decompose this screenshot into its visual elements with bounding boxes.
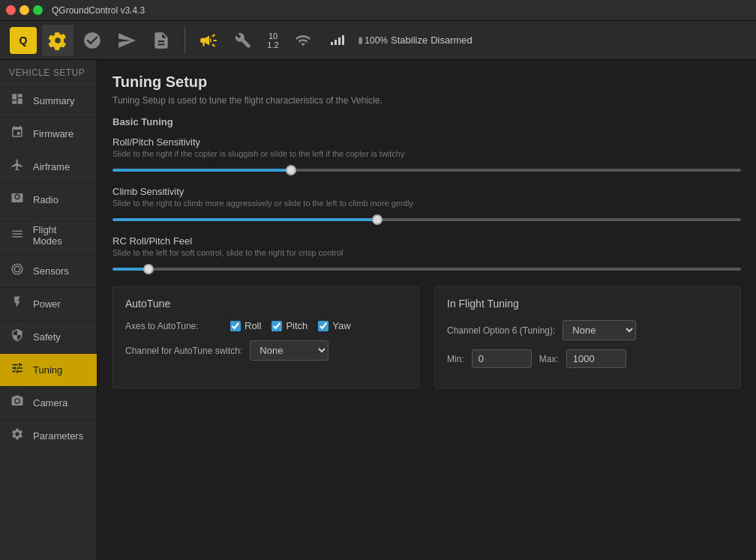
link-count[interactable]: 10 1.2: [262, 25, 284, 56]
arm-status: Disarmed: [430, 34, 472, 46]
rc-feel-slider-section: RC Roll/Pitch Feel Slide to the left for…: [112, 235, 741, 273]
axes-row: Axes to AutoTune: Roll Pitch Yaw: [125, 320, 406, 331]
roll-checkbox-item[interactable]: Roll: [230, 320, 261, 331]
rc-feel-slider[interactable]: [112, 268, 741, 271]
sidebar-item-radio[interactable]: Radio: [0, 184, 97, 217]
flight-modes-icon: [9, 227, 26, 244]
toolbar-divider: [184, 27, 185, 54]
sidebar-item-flight-modes[interactable]: Flight Modes: [0, 217, 97, 255]
sidebar-item-safety[interactable]: Safety: [0, 321, 97, 354]
axes-checkboxes: Roll Pitch Yaw: [230, 320, 351, 331]
in-flight-title: In Flight Tuning: [447, 298, 728, 310]
climb-slider-section: Climb Sensitivity Slide to the right to …: [112, 186, 741, 223]
climb-label: Climb Sensitivity: [112, 186, 741, 197]
pitch-checkbox[interactable]: [272, 321, 282, 331]
radio-icon: [9, 191, 26, 208]
send-icon[interactable]: [111, 25, 142, 56]
autotune-panel: AutoTune Axes to AutoTune: Roll Pitch: [112, 286, 419, 388]
climb-slider[interactable]: [112, 218, 741, 221]
wrench-icon[interactable]: [227, 25, 259, 56]
in-flight-panel: In Flight Tuning Channel Option 6 (Tunin…: [434, 286, 741, 388]
min-max-row: Min: Max:: [447, 349, 728, 368]
roll-checkbox[interactable]: [230, 321, 241, 331]
content-area: Tuning Setup Tuning Setup is used to tun…: [98, 60, 756, 560]
radio-signal-icon[interactable]: [287, 25, 319, 56]
roll-pitch-desc: Slide to the right if the copter is slug…: [112, 149, 741, 158]
roll-pitch-slider[interactable]: [112, 169, 741, 172]
battery-icon[interactable]: 100%: [356, 25, 388, 56]
roll-pitch-slider-section: Roll/Pitch Sensitivity Slide to the righ…: [112, 136, 741, 174]
airframe-label: Airframe: [33, 161, 70, 172]
vehicle-icon[interactable]: [76, 25, 108, 56]
qgc-logo-icon: Q: [10, 27, 37, 54]
close-button[interactable]: [6, 5, 16, 15]
autotune-channel-select[interactable]: None Channel 7 Channel 8 Channel 9 Chann…: [250, 340, 328, 361]
safety-icon: [9, 328, 26, 346]
sidebar-item-tuning[interactable]: Tuning: [0, 354, 97, 387]
sidebar-item-parameters[interactable]: Parameters: [0, 420, 97, 453]
channel-option-label: Channel Option 6 (Tuning):: [447, 325, 555, 336]
flight-mode-status: Stabilize: [391, 34, 428, 46]
firmware-label: Firmware: [33, 128, 74, 139]
window-controls[interactable]: [6, 5, 43, 15]
main-layout: Vehicle Setup Summary Firmware Airframe …: [0, 60, 756, 560]
logo-button[interactable]: Q: [8, 25, 39, 56]
link-count-main: 10: [268, 31, 278, 40]
summary-icon: [9, 92, 26, 109]
minimize-button[interactable]: [20, 5, 29, 15]
settings-icon[interactable]: [42, 25, 74, 56]
flight-modes-label: Flight Modes: [33, 224, 88, 247]
maximize-button[interactable]: [33, 5, 43, 15]
sidebar-item-power[interactable]: Power: [0, 288, 97, 321]
min-input[interactable]: [472, 349, 532, 368]
sidebar-item-airframe[interactable]: Airframe: [0, 151, 97, 184]
max-input[interactable]: [566, 349, 626, 368]
rc-feel-label: RC Roll/Pitch Feel: [112, 235, 741, 247]
basic-tuning-section-label: Basic Tuning: [112, 116, 741, 127]
parameters-icon: [9, 427, 26, 445]
in-flight-channel-select[interactable]: None Channel 6: [562, 320, 636, 340]
link-count-sub: 1.2: [267, 40, 278, 49]
yaw-checkbox[interactable]: [318, 321, 328, 331]
autotune-channel-label: Channel for AutoTune switch:: [125, 346, 242, 356]
window-title: QGroundControl v3.4.3: [52, 5, 145, 16]
sidebar-item-sensors[interactable]: Sensors: [0, 255, 97, 288]
yaw-checkbox-label: Yaw: [332, 320, 350, 331]
min-label: Min:: [447, 354, 464, 364]
autotune-channel-row: Channel for AutoTune switch: None Channe…: [125, 340, 406, 361]
yaw-checkbox-item[interactable]: Yaw: [318, 320, 350, 331]
rc-feel-desc: Slide to the left for soft control, slid…: [112, 248, 741, 257]
sidebar: Vehicle Setup Summary Firmware Airframe …: [0, 60, 98, 560]
safety-label: Safety: [33, 331, 61, 343]
airframe-icon: [9, 158, 26, 175]
parameters-label: Parameters: [33, 430, 83, 442]
sensors-icon: [9, 262, 26, 280]
toolbar: Q 10 1.2: [0, 21, 756, 60]
roll-checkbox-label: Roll: [244, 320, 261, 331]
sidebar-item-camera[interactable]: Camera: [0, 387, 97, 420]
battery-percent: 100%: [364, 35, 388, 46]
signal-bars-icon: [322, 25, 353, 56]
radio-label: Radio: [33, 194, 58, 205]
page-description: Tuning Setup is used to tune the flight …: [112, 95, 741, 106]
sidebar-item-summary[interactable]: Summary: [0, 85, 97, 118]
megaphone-icon[interactable]: [193, 25, 224, 56]
camera-label: Camera: [33, 397, 68, 409]
autotune-title: AutoTune: [125, 298, 406, 310]
climb-desc: Slide to the right to climb more aggress…: [112, 199, 741, 208]
tuning-icon: [9, 361, 26, 379]
axes-label: Axes to AutoTune:: [125, 321, 223, 331]
document-icon[interactable]: [146, 25, 177, 56]
power-label: Power: [33, 298, 61, 310]
sidebar-item-firmware[interactable]: Firmware: [0, 118, 97, 151]
titlebar: QGroundControl v3.4.3: [0, 0, 756, 21]
camera-icon: [9, 394, 26, 412]
pitch-checkbox-label: Pitch: [286, 320, 308, 331]
sidebar-header: Vehicle Setup: [0, 60, 97, 85]
page-title: Tuning Setup: [112, 73, 741, 91]
bottom-panels: AutoTune Axes to AutoTune: Roll Pitch: [112, 286, 741, 388]
power-icon: [9, 295, 26, 313]
max-label: Max:: [539, 354, 559, 364]
firmware-icon: [9, 125, 26, 142]
pitch-checkbox-item[interactable]: Pitch: [272, 320, 308, 331]
